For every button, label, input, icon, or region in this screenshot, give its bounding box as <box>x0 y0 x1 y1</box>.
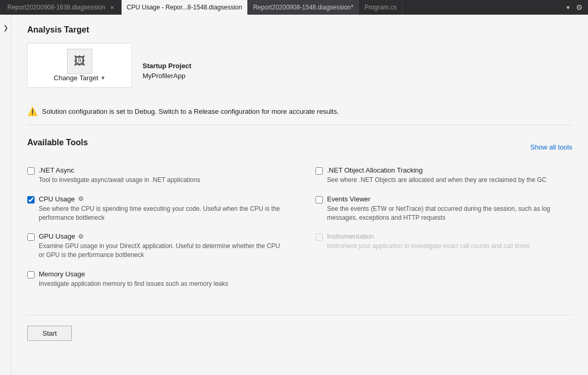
gpu-usage-name: GPU Usage <box>39 232 75 240</box>
memory-usage-checkbox[interactable] <box>27 271 35 278</box>
bottom-section: Start <box>27 315 572 341</box>
tool-item-gpu-usage: GPU Usage ⚙ Examine GPU usage in your Di… <box>27 232 284 260</box>
main-layout: ❯ Analysis Target 🖼 Change Target ▼ Star… <box>0 15 588 375</box>
tab-label: Program.cs <box>364 4 396 11</box>
tab-program-cs[interactable]: Program.cs <box>359 0 402 15</box>
tools-grid-empty-cell <box>315 270 572 299</box>
target-info: Startup Project MyProfilerApp <box>143 62 191 80</box>
tab-cpu-usage[interactable]: CPU Usage - Repor...8-1548.diagsession <box>122 0 248 15</box>
tool-item-cpu-usage: CPU Usage ⚙ See where the CPU is spendin… <box>27 195 284 222</box>
change-target-arrow-icon: ▼ <box>101 75 106 81</box>
target-icon: 🖼 <box>67 49 92 74</box>
tab-report-1548[interactable]: Report20200908-1548.diagsession* <box>248 0 359 15</box>
sidebar-toggle-arrow-icon: ❯ <box>3 24 8 31</box>
dotnet-object-checkbox[interactable] <box>315 167 323 175</box>
start-button[interactable]: Start <box>27 326 72 341</box>
tool-item-memory-usage: Memory Usage Investigate application mem… <box>27 270 284 288</box>
tab-label: Report20200908-1548.diagsession* <box>253 4 353 11</box>
project-icon: 🖼 <box>74 55 85 68</box>
tools-header: Available Tools Show all tools <box>27 138 572 156</box>
target-row: 🖼 Change Target ▼ Startup Project MyProf… <box>27 43 572 98</box>
cpu-usage-desc: See where the CPU is spending time execu… <box>39 205 284 222</box>
tool-item-events-viewer: Events Viewer See the events (ETW or Net… <box>315 195 572 222</box>
show-all-tools-link[interactable]: Show all tools <box>530 143 572 151</box>
sidebar-toggle[interactable]: ❯ <box>0 15 12 375</box>
gpu-usage-desc: Examine GPU usage in your DirectX applic… <box>39 242 284 260</box>
gpu-usage-checkbox[interactable] <box>27 233 35 241</box>
instrumentation-desc: Instrument your application to investiga… <box>327 242 572 251</box>
tab-close-icon[interactable]: ✕ <box>108 4 116 11</box>
dotnet-async-desc: Tool to investigate async/await usage in… <box>39 176 284 185</box>
change-target-button[interactable]: 🖼 Change Target ▼ <box>27 43 132 88</box>
dotnet-object-desc: See where .NET Objects are allocated and… <box>327 176 572 185</box>
dotnet-object-name: .NET Object Allocation Tracking <box>327 166 423 174</box>
analysis-target-title: Analysis Target <box>27 25 572 35</box>
memory-usage-desc: Investigate application memory to find i… <box>39 280 284 288</box>
cpu-usage-gear-icon[interactable]: ⚙ <box>78 195 84 202</box>
events-viewer-name: Events Viewer <box>327 195 371 203</box>
gpu-usage-gear-icon[interactable]: ⚙ <box>78 233 84 240</box>
tool-item-dotnet-async: .NET Async Tool to investigate async/awa… <box>27 166 284 185</box>
cpu-usage-checkbox[interactable] <box>27 196 35 203</box>
target-name-value: MyProfilerApp <box>143 72 191 80</box>
main-content: Analysis Target 🖼 Change Target ▼ Startu… <box>12 15 588 375</box>
change-target-label: Change Target ▼ <box>54 74 106 82</box>
tool-item-instrumentation: Instrumentation Instrument your applicat… <box>315 232 572 260</box>
events-viewer-checkbox[interactable] <box>315 196 323 203</box>
cpu-usage-name: CPU Usage <box>39 195 75 203</box>
dotnet-async-checkbox[interactable] <box>27 167 35 175</box>
events-viewer-desc: See the events (ETW or NetTrace) that oc… <box>327 205 572 222</box>
warning-banner: ⚠️ Solution configuration is set to Debu… <box>27 106 572 125</box>
target-type-label: Startup Project <box>143 62 191 70</box>
available-tools-title: Available Tools <box>27 138 88 147</box>
instrumentation-name: Instrumentation <box>327 232 374 240</box>
warning-icon: ⚠️ <box>27 106 38 116</box>
tab-label: Report20200908-1638.diagsession <box>7 4 105 11</box>
tab-report-1638[interactable]: Report20200908-1638.diagsession ✕ <box>2 0 122 15</box>
instrumentation-checkbox <box>315 233 323 241</box>
settings-gear-icon[interactable]: ⚙ <box>573 3 586 12</box>
memory-usage-name: Memory Usage <box>39 270 85 278</box>
tools-grid: .NET Async Tool to investigate async/awa… <box>27 166 572 299</box>
tool-item-dotnet-object: .NET Object Allocation Tracking See wher… <box>315 166 572 185</box>
tab-label: CPU Usage - Repor...8-1548.diagsession <box>127 4 242 11</box>
warning-text: Solution configuration is set to Debug. … <box>42 108 339 115</box>
dotnet-async-name: .NET Async <box>39 166 74 174</box>
title-bar: Report20200908-1638.diagsession ✕ CPU Us… <box>0 0 588 15</box>
tab-dropdown-icon[interactable]: ▼ <box>563 5 573 10</box>
